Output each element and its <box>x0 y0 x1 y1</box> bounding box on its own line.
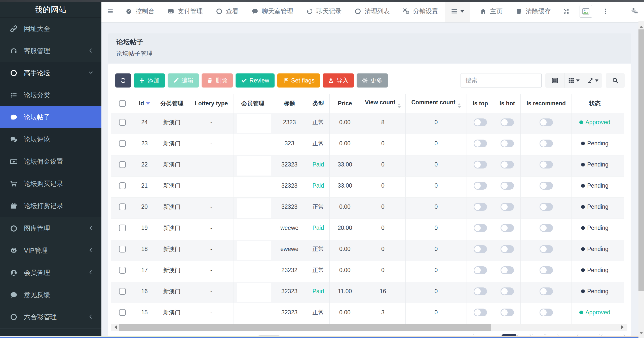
scroll-right-arrow-icon[interactable] <box>621 325 625 329</box>
sidebar-item-0[interactable]: 网址大全 <box>0 18 101 40</box>
toggle-is-hot[interactable] <box>501 245 514 253</box>
columns-button[interactable] <box>564 73 583 88</box>
navbar-tab-4[interactable]: 聊天记录 <box>300 0 348 22</box>
toggle-is-top[interactable] <box>474 266 487 274</box>
navbar-tab-2[interactable]: 查看 <box>209 0 245 22</box>
toggle-is-top[interactable] <box>474 182 487 190</box>
column-header-1[interactable]: Id <box>134 94 155 113</box>
toggle-is-recommend[interactable] <box>540 182 553 190</box>
toggle-is-recommend[interactable] <box>540 203 553 211</box>
sidebar-item-4[interactable]: 论坛帖子 <box>0 106 101 128</box>
sidebar-item-2[interactable]: 高手论坛 <box>0 62 101 84</box>
refresh-button[interactable] <box>115 73 131 88</box>
navbar-tab-5[interactable]: 清理列表 <box>348 0 396 22</box>
toggle-is-top[interactable] <box>474 245 487 253</box>
navbar-right-0[interactable]: 主页 <box>473 0 509 22</box>
detail-view-button[interactable] <box>545 73 564 88</box>
sidebar-item-10[interactable]: VIP管理 <box>0 239 101 262</box>
toggle-is-top[interactable] <box>474 118 487 126</box>
sidebar-item-9[interactable]: 图库管理 <box>0 217 101 239</box>
toggle-is-hot[interactable] <box>501 161 514 168</box>
navbar-tab-6[interactable]: 分销设置 <box>396 0 445 22</box>
row-checkbox[interactable] <box>119 161 126 168</box>
cell-status: Pending <box>572 240 618 261</box>
toggle-is-recommend[interactable] <box>540 309 553 316</box>
navbar-tab-0[interactable]: 控制台 <box>119 0 161 22</box>
row-checkbox[interactable] <box>119 182 126 189</box>
settings-button[interactable] <box>626 0 644 22</box>
import-button[interactable]: 导入 <box>323 73 354 88</box>
toggle-is-top[interactable] <box>474 161 487 168</box>
toggle-is-top[interactable] <box>474 224 487 232</box>
delete-button[interactable]: 删除 <box>202 73 233 88</box>
button-label: 编辑 <box>181 76 194 84</box>
edit-button[interactable]: 编辑 <box>168 73 199 88</box>
horizontal-scrollbar[interactable] <box>111 324 627 331</box>
toggle-is-hot[interactable] <box>501 203 514 211</box>
sidebar-item-8[interactable]: 论坛打赏记录 <box>0 195 101 217</box>
toggle-is-hot[interactable] <box>501 140 514 147</box>
toggle-is-top[interactable] <box>474 309 487 316</box>
more-button[interactable]: 更多 <box>357 73 388 88</box>
sidebar-item-1[interactable]: 客服管理 <box>0 40 101 62</box>
row-checkbox[interactable] <box>119 288 126 295</box>
sidebar-item-3[interactable]: 论坛分类 <box>0 84 101 106</box>
row-checkbox[interactable] <box>119 267 126 274</box>
sidebar-item-13[interactable]: 六合彩管理 <box>0 306 101 328</box>
row-checkbox[interactable] <box>119 225 126 231</box>
cell-price: 0.00 <box>330 240 360 261</box>
row-checkbox[interactable] <box>119 246 126 252</box>
sidebar-toggle-button[interactable] <box>101 0 119 22</box>
row-checkbox[interactable] <box>119 140 126 147</box>
more-menu-button[interactable] <box>597 0 614 22</box>
scroll-up-arrow-icon[interactable] <box>639 24 643 28</box>
horizontal-scrollbar-thumb[interactable] <box>119 324 491 331</box>
toggle-is-hot[interactable] <box>501 309 514 316</box>
toggle-is-recommend[interactable] <box>540 224 553 232</box>
row-checkbox[interactable] <box>119 119 126 126</box>
sidebar-item-11[interactable]: 会员管理 <box>0 262 101 284</box>
toggle-is-hot[interactable] <box>501 224 514 232</box>
sidebar-item-7[interactable]: 论坛购买记录 <box>0 173 101 195</box>
navbar-tab-3[interactable]: 聊天室管理 <box>245 0 300 22</box>
add-button[interactable]: 添加 <box>134 73 165 88</box>
vertical-scrollbar[interactable] <box>638 21 644 338</box>
cell-category: 新澳门 <box>155 113 189 134</box>
toggle-is-top[interactable] <box>474 140 487 147</box>
review-button[interactable]: Review <box>236 73 275 88</box>
toggle-is-top[interactable] <box>474 203 487 211</box>
sidebar-item-5[interactable]: 论坛评论 <box>0 128 101 150</box>
row-checkbox[interactable] <box>119 309 126 316</box>
scroll-down-arrow-icon[interactable] <box>639 332 643 336</box>
search-toggle-button[interactable] <box>606 73 625 88</box>
sidebar-item-12[interactable]: 意见反馈 <box>0 284 101 306</box>
avatar[interactable] <box>580 5 592 18</box>
quick-menu-button[interactable] <box>445 0 470 22</box>
toggle-is-recommend[interactable] <box>540 118 553 126</box>
cell-member <box>234 134 272 155</box>
scroll-left-arrow-icon[interactable] <box>113 325 117 329</box>
navbar-right-1[interactable]: 清除缓存 <box>509 0 557 22</box>
row-checkbox[interactable] <box>119 203 126 210</box>
toggle-is-hot[interactable] <box>501 118 514 126</box>
toggle-is-hot[interactable] <box>501 266 514 274</box>
toggle-is-hot[interactable] <box>501 287 514 295</box>
column-header-8[interactable]: View count <box>360 94 406 113</box>
column-header-9[interactable]: Comment count <box>406 94 467 113</box>
sidebar-item-6[interactable]: 论坛佣金设置 <box>0 150 101 173</box>
search-input[interactable] <box>461 73 542 88</box>
toggle-is-recommend[interactable] <box>540 161 553 168</box>
toggle-is-recommend[interactable] <box>540 140 553 147</box>
toggle-is-top[interactable] <box>474 287 487 295</box>
toggle-is-recommend[interactable] <box>540 245 553 253</box>
vertical-scrollbar-thumb[interactable] <box>638 29 644 291</box>
export-button[interactable] <box>583 73 602 88</box>
status-text: Pending <box>587 182 608 189</box>
toggle-is-recommend[interactable] <box>540 287 553 295</box>
navbar-tab-1[interactable]: 支付管理 <box>161 0 209 22</box>
fullscreen-button[interactable] <box>557 0 575 22</box>
select-all-checkbox[interactable] <box>119 100 126 107</box>
set-flags-button[interactable]: Set flags <box>277 73 320 88</box>
toggle-is-hot[interactable] <box>501 182 514 190</box>
toggle-is-recommend[interactable] <box>540 266 553 274</box>
